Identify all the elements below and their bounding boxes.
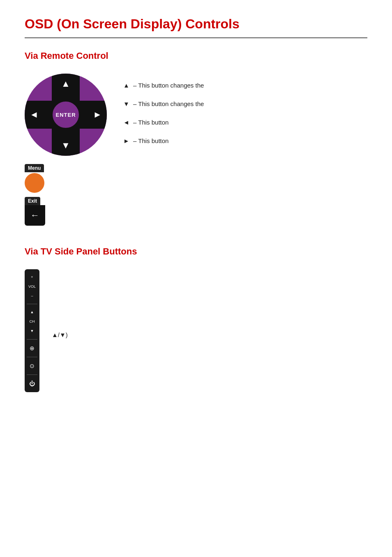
- section1-heading: Via Remote Control: [25, 51, 367, 61]
- input-icon: ⊕: [30, 345, 35, 351]
- tv-desc-symbol: ▲/▼): [52, 331, 68, 338]
- dpad[interactable]: ▲ ▼ ◄ ► ENTER: [25, 74, 107, 156]
- button-descriptions: ▲ – This button changes the ▼ – This but…: [123, 74, 367, 144]
- vol-minus-row: –: [31, 294, 33, 298]
- menu-button-label: Menu: [25, 164, 44, 172]
- exit-button[interactable]: Exit ←: [25, 197, 45, 226]
- desc-right: ► – This button: [123, 137, 367, 144]
- panel-divider-2: [27, 339, 37, 340]
- vol-label: VOL: [28, 284, 36, 289]
- tv-panel-container: + VOL – ▲ CH ▼ ⊕: [25, 269, 367, 392]
- section2-heading: Via TV Side Panel Buttons: [25, 246, 367, 257]
- menu-button-circle: [25, 173, 44, 193]
- tv-side-panel-section: Via TV Side Panel Buttons + VOL – ▲ CH ▼: [25, 246, 367, 392]
- dpad-up-arrow[interactable]: ▲: [61, 79, 70, 89]
- panel-divider-1: [27, 304, 37, 304]
- ch-down-row: ▼: [30, 329, 34, 333]
- desc-right-text: – This button: [133, 137, 168, 144]
- page-title: OSD (On Screen Display) Controls: [25, 16, 367, 32]
- desc-down-symbol: ▼: [123, 100, 130, 107]
- dpad-left-arrow[interactable]: ◄: [30, 109, 39, 120]
- desc-up-text: – This button changes the: [133, 82, 204, 89]
- dpad-enter-button[interactable]: ENTER: [51, 100, 81, 129]
- settings-icon-row: ⊙: [30, 363, 35, 369]
- remote-control-section: ▲ ▼ ◄ ► ENTER Menu Exit ← ▲ – This butto…: [25, 74, 367, 226]
- title-divider: [25, 37, 367, 38]
- ch-label-row: CH: [30, 319, 35, 324]
- dpad-right-arrow[interactable]: ►: [93, 109, 102, 120]
- desc-right-symbol: ►: [123, 137, 130, 144]
- exit-button-label: Exit: [25, 197, 40, 205]
- desc-left-text: – This button: [133, 119, 168, 126]
- desc-down-text: – This button changes the: [133, 100, 204, 107]
- settings-icon: ⊙: [30, 363, 35, 369]
- desc-left: ◄ – This button: [123, 119, 367, 126]
- desc-up-symbol: ▲: [123, 82, 130, 89]
- vol-plus-label: +: [31, 275, 33, 280]
- power-icon: ⏻: [29, 381, 35, 386]
- tv-panel-desc: ▲/▼): [52, 323, 68, 338]
- desc-down: ▼ – This button changes the: [123, 100, 367, 107]
- power-icon-row: ⏻: [29, 381, 35, 386]
- exit-button-rect: ←: [25, 205, 45, 226]
- ch-up-row: ▲: [30, 310, 34, 314]
- tv-side-panel: + VOL – ▲ CH ▼ ⊕: [25, 269, 39, 392]
- desc-left-symbol: ◄: [123, 119, 130, 126]
- desc-up: ▲ – This button changes the: [123, 82, 367, 89]
- input-icon-row: ⊕: [30, 345, 35, 351]
- vol-minus-label: –: [31, 294, 33, 298]
- dpad-enter-label: ENTER: [55, 112, 76, 118]
- panel-divider-3: [27, 357, 37, 357]
- vol-plus-row: +: [31, 275, 33, 280]
- ch-up-label: ▲: [30, 310, 34, 314]
- panel-divider-4: [27, 374, 37, 375]
- remote-controls-left: ▲ ▼ ◄ ► ENTER Menu Exit ←: [25, 74, 107, 226]
- dpad-down-arrow[interactable]: ▼: [61, 140, 70, 151]
- vol-label-row: VOL: [28, 284, 36, 289]
- ch-label: CH: [30, 319, 35, 324]
- ch-down-label: ▼: [30, 329, 34, 333]
- menu-button[interactable]: Menu: [25, 164, 44, 193]
- exit-arrow-icon: ←: [30, 210, 39, 221]
